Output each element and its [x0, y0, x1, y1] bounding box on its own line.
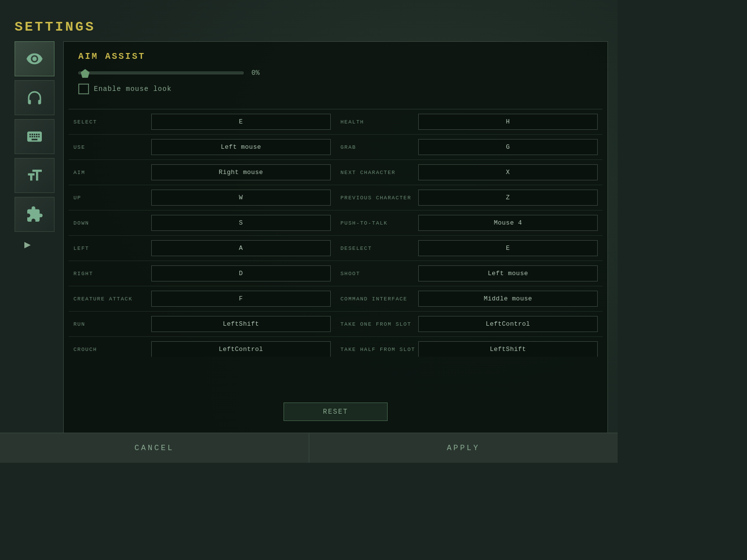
- keybind-row: RIGHTD: [69, 261, 336, 286]
- keybind-row: LEFTA: [69, 236, 336, 261]
- apply-button[interactable]: APPLY: [309, 433, 618, 463]
- keybind-key-button[interactable]: Left mouse: [418, 265, 598, 281]
- keybind-row: UPW: [69, 185, 336, 210]
- keybind-action-label: PREVIOUS CHARACTER: [340, 195, 418, 201]
- keybind-action-label: TAKE ONE FROM SLOT: [340, 321, 418, 327]
- keybind-key-button[interactable]: D: [151, 265, 331, 281]
- keybind-action-label: SHOOT: [340, 271, 418, 277]
- keybind-action-label: PUSH-TO-TALK: [340, 220, 418, 226]
- keybind-key-button[interactable]: E: [151, 114, 331, 130]
- keybind-action-label: RIGHT: [73, 271, 151, 277]
- mouse-look-label: Enable mouse look: [94, 85, 172, 93]
- footer-bar: CANCEL APPLY: [0, 433, 618, 463]
- keybind-key-button[interactable]: X: [418, 164, 598, 180]
- keybind-row: USELeft mouse: [69, 135, 336, 160]
- aim-assist-slider-row: 0%: [78, 69, 593, 77]
- keybind-key-button[interactable]: Mouse 4: [418, 215, 598, 231]
- keybind-table[interactable]: SELECTEUSELeft mouseAIMRight mouseUPWDOW…: [69, 109, 603, 357]
- eye-icon: [26, 50, 43, 68]
- keybind-action-label: CREATURE ATTACK: [73, 296, 151, 302]
- keybind-key-button[interactable]: Left mouse: [151, 139, 331, 155]
- aim-assist-value: 0%: [251, 69, 260, 77]
- aim-assist-title: AIM ASSIST: [78, 52, 593, 61]
- keybind-row: CREATURE ATTACKF: [69, 286, 336, 312]
- keybind-key-button[interactable]: A: [151, 240, 331, 256]
- keybind-row: PUSH-TO-TALKMouse 4: [336, 210, 603, 236]
- sidebar-item-visual[interactable]: [15, 41, 54, 76]
- keybind-key-button[interactable]: LeftShift: [151, 316, 331, 332]
- keybind-action-label: TAKE HALF FROM SLOT: [340, 347, 418, 352]
- keybind-row: HEALTHH: [336, 109, 603, 135]
- sidebar-item-font[interactable]: [15, 158, 54, 193]
- keybind-row: PREVIOUS CHARACTERZ: [336, 185, 603, 210]
- keybind-key-button[interactable]: Right mouse: [151, 164, 331, 180]
- cancel-button[interactable]: CANCEL: [0, 433, 309, 463]
- aim-assist-slider-thumb[interactable]: [81, 69, 89, 78]
- keybind-key-button[interactable]: LeftControl: [151, 341, 331, 357]
- keybind-key-button[interactable]: E: [418, 240, 598, 256]
- keybind-row: TAKE ONE FROM SLOTLeftControl: [336, 312, 603, 337]
- reset-button[interactable]: Reset: [284, 402, 388, 421]
- keybind-key-button[interactable]: W: [151, 190, 331, 206]
- keybind-row: SHOOTLeft mouse: [336, 261, 603, 286]
- sidebar-item-mods[interactable]: [15, 197, 54, 232]
- keybind-action-label: NEXT CHARACTER: [340, 170, 418, 175]
- keybind-row: TAKE HALF FROM SLOTLeftShift: [336, 337, 603, 357]
- keybind-key-button[interactable]: Z: [418, 190, 598, 206]
- mouse-look-row: Enable mouse look: [78, 84, 593, 94]
- keybind-key-button[interactable]: F: [151, 291, 331, 307]
- keybind-action-label: SELECT: [73, 119, 151, 125]
- keybind-row: SELECTE: [69, 109, 336, 135]
- keybind-action-label: USE: [73, 144, 151, 150]
- keybind-action-label: DOWN: [73, 220, 151, 226]
- headphones-icon: [26, 89, 43, 106]
- keybind-action-label: LEFT: [73, 245, 151, 251]
- keybind-key-button[interactable]: G: [418, 139, 598, 155]
- keybind-action-label: GRAB: [340, 144, 418, 150]
- page-title: SETTINGS: [15, 19, 95, 35]
- keybind-grid: SELECTEUSELeft mouseAIMRight mouseUPWDOW…: [69, 109, 603, 357]
- keybind-key-button[interactable]: H: [418, 114, 598, 130]
- keybind-row: AIMRight mouse: [69, 160, 336, 185]
- keybind-col-left: SELECTEUSELeft mouseAIMRight mouseUPWDOW…: [69, 109, 336, 357]
- keybind-action-label: UP: [73, 195, 151, 201]
- keybind-action-label: COMMAND INTERFACE: [340, 296, 418, 302]
- keyboard-icon: [26, 128, 43, 145]
- keybind-row: CROUCHLeftControl: [69, 337, 336, 357]
- keybind-row: COMMAND INTERFACEMiddle mouse: [336, 286, 603, 312]
- sidebar: [15, 41, 58, 232]
- keybind-row: DESELECTE: [336, 236, 603, 261]
- aim-assist-section: AIM ASSIST 0% Enable mouse look: [64, 42, 607, 104]
- bottom-section: Reset: [63, 395, 608, 429]
- aim-assist-slider-track[interactable]: [78, 71, 244, 74]
- main-panel: AIM ASSIST 0% Enable mouse look SELECTEU…: [63, 41, 608, 453]
- keybind-key-button[interactable]: LeftControl: [418, 316, 598, 332]
- keybind-row: NEXT CHARACTERX: [336, 160, 603, 185]
- keybind-action-label: CROUCH: [73, 347, 151, 352]
- sidebar-item-controls[interactable]: [15, 119, 54, 154]
- keybind-key-button[interactable]: S: [151, 215, 331, 231]
- keybind-action-label: HEALTH: [340, 119, 418, 125]
- keybind-col-right: HEALTHHGRABGNEXT CHARACTERXPREVIOUS CHAR…: [336, 109, 603, 357]
- keybind-action-label: DESELECT: [340, 245, 418, 251]
- puzzle-icon: [26, 206, 43, 223]
- keybind-key-button[interactable]: Middle mouse: [418, 291, 598, 307]
- sidebar-item-audio[interactable]: [15, 80, 54, 115]
- keybind-row: DOWNS: [69, 210, 336, 236]
- keybind-row: RUNLeftShift: [69, 312, 336, 337]
- keybind-action-label: AIM: [73, 170, 151, 175]
- mouse-look-checkbox[interactable]: [78, 84, 89, 94]
- cursor-icon: ▶: [24, 238, 31, 251]
- font-icon: [26, 167, 43, 184]
- keybind-row: GRABG: [336, 135, 603, 160]
- keybind-key-button[interactable]: LeftShift: [418, 341, 598, 357]
- keybind-action-label: RUN: [73, 321, 151, 327]
